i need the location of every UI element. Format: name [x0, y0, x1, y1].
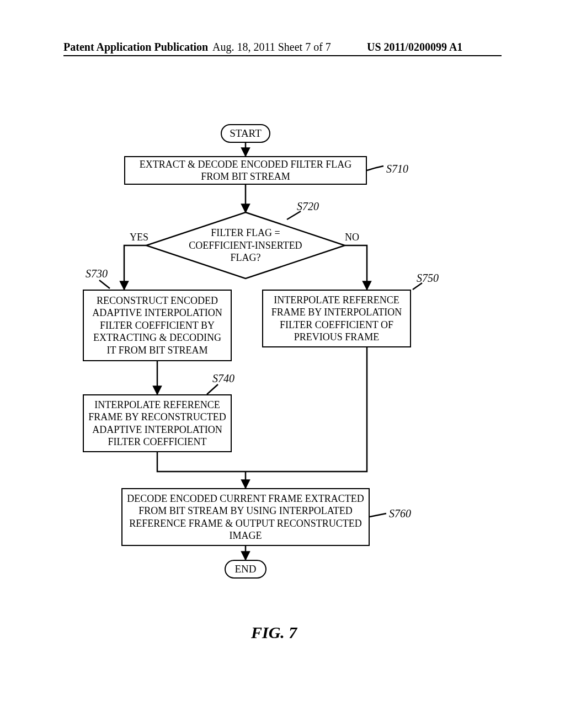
page: Patent Application Publication Aug. 18, …: [0, 0, 565, 728]
header-rule: [63, 55, 502, 56]
flow-connectors: [63, 124, 502, 643]
svg-line-4: [99, 280, 110, 288]
figure-label: FIG. 7: [251, 623, 297, 642]
header-left: Patent Application Publication: [63, 41, 208, 53]
svg-line-3: [287, 211, 301, 220]
flowchart: START EXTRACT & DECODE ENCODED FILTER FL…: [63, 124, 502, 643]
svg-marker-2: [146, 212, 345, 279]
header-right: US 2011/0200099 A1: [367, 41, 462, 53]
svg-line-7: [207, 384, 218, 394]
header-center: Aug. 18, 2011 Sheet 7 of 7: [212, 41, 331, 53]
svg-line-5: [413, 283, 422, 290]
